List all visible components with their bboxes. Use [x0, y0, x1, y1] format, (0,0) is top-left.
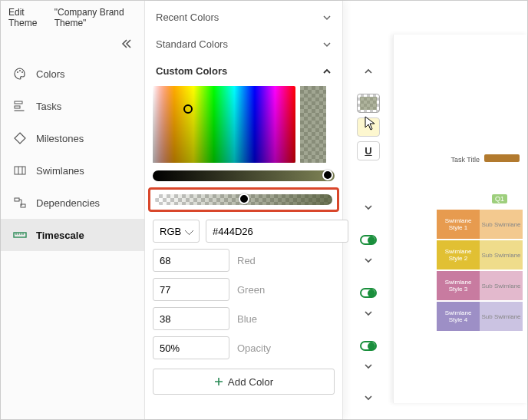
color-panel: Recent Colors Standard Colors Custom Col…: [145, 1, 343, 419]
svg-rect-6: [15, 167, 25, 174]
section-standard-colors[interactable]: Standard Colors: [153, 32, 335, 59]
green-label: Green: [237, 284, 265, 296]
nav-label: Swimlanes: [36, 165, 84, 177]
chevron-up-icon: [322, 67, 332, 76]
svg-rect-3: [15, 101, 22, 104]
row-expand-5[interactable]: [357, 388, 380, 407]
svg-rect-9: [15, 198, 19, 201]
selected-color-preview: [300, 86, 326, 163]
swimlane-main: Swimlane Style 2: [437, 240, 480, 270]
nav-swimlanes[interactable]: Swimlanes: [1, 154, 144, 187]
secondary-color-tile[interactable]: [357, 117, 380, 137]
sidebar-title: Edit Theme "Company Brand Theme": [1, 1, 144, 31]
underline-toggle[interactable]: U: [357, 141, 380, 160]
toggle-2[interactable]: [360, 288, 377, 297]
row-expand-4[interactable]: [357, 357, 380, 376]
swimlane-row: Swimlane Style 2Sub Swimlane: [437, 240, 523, 270]
plus-icon: [214, 377, 223, 386]
swimlane-sub: Sub Swimlane: [480, 302, 523, 331]
tasks-icon: [13, 99, 27, 113]
sidebar: Edit Theme "Company Brand Theme" Colors …: [1, 1, 145, 419]
opacity-input[interactable]: [153, 336, 229, 359]
theme-preview: Task Title Q1 Swimlane Style 1Sub Swimla…: [393, 35, 527, 403]
row-expand-2[interactable]: [357, 251, 380, 270]
nav-label: Dependencies: [36, 197, 100, 209]
brightness-slider[interactable]: [153, 170, 335, 181]
quarter-badge: Q1: [492, 194, 507, 203]
nav-timescale[interactable]: Timescale: [1, 219, 144, 251]
rail-collapse-up[interactable]: [357, 62, 380, 81]
fill-color-tile[interactable]: [357, 94, 380, 113]
swimlane-row: Swimlane Style 3Sub Swimlane: [437, 271, 523, 300]
swimlane-row: Swimlane Style 4Sub Swimlane: [437, 302, 523, 331]
opacity-slider[interactable]: [155, 194, 332, 205]
nav-tasks[interactable]: Tasks: [1, 90, 144, 122]
svg-rect-11: [14, 233, 26, 237]
gradient-thumb: [183, 104, 193, 114]
nav-colors[interactable]: Colors: [1, 58, 144, 90]
swimlane-main: Swimlane Style 3: [437, 271, 480, 300]
brightness-thumb: [322, 170, 333, 180]
swimlane-main: Swimlane Style 4: [437, 302, 480, 331]
opacity-label: Opacity: [237, 342, 271, 354]
swimlane-sub: Sub Swimlane: [480, 240, 523, 270]
collapse-sidebar-button[interactable]: [1, 31, 144, 58]
swimlane-main: Swimlane Style 1: [437, 210, 480, 239]
opacity-thumb: [239, 193, 249, 204]
svg-point-1: [19, 70, 21, 71]
chevron-down-icon: [322, 13, 332, 22]
nav-milestones[interactable]: Milestones: [1, 122, 144, 154]
nav-label: Tasks: [36, 101, 61, 112]
nav-dependencies[interactable]: Dependencies: [1, 187, 144, 219]
toggle-1[interactable]: [360, 235, 377, 244]
green-input[interactable]: [153, 278, 229, 301]
blue-input[interactable]: [153, 307, 229, 330]
task-bar: [484, 154, 520, 162]
palette-icon: [13, 67, 27, 81]
red-input[interactable]: [153, 249, 229, 272]
svg-point-0: [17, 71, 18, 73]
section-custom-colors[interactable]: Custom Colors: [153, 59, 335, 86]
svg-point-2: [21, 71, 23, 73]
diamond-icon: [13, 131, 27, 145]
nav-label: Colors: [36, 68, 65, 80]
property-rail: U: [343, 1, 394, 419]
toggle-3[interactable]: [360, 341, 377, 350]
blue-label: Blue: [237, 313, 257, 325]
color-mode-select[interactable]: RGB: [153, 220, 200, 243]
row-expand-1[interactable]: [357, 198, 380, 217]
ruler-icon: [13, 228, 27, 242]
swimlane-sub: Sub Swimlane: [480, 210, 523, 239]
chevron-down-icon: [322, 40, 332, 49]
red-label: Red: [237, 255, 256, 266]
hex-input[interactable]: [206, 220, 348, 243]
color-gradient-picker[interactable]: [153, 86, 295, 163]
task-title-label: Task Title: [450, 156, 480, 164]
swimlane-row: Swimlane Style 1Sub Swimlane: [437, 210, 523, 239]
add-color-button[interactable]: Add Color: [153, 369, 335, 395]
link-icon: [13, 196, 27, 210]
columns-icon: [13, 164, 27, 177]
row-expand-3[interactable]: [357, 304, 380, 323]
nav-label: Timescale: [36, 230, 84, 241]
section-recent-colors[interactable]: Recent Colors: [153, 5, 335, 32]
swimlane-sub: Sub Swimlane: [480, 271, 523, 300]
opacity-highlight: [148, 187, 339, 212]
svg-rect-4: [15, 106, 20, 108]
nav-label: Milestones: [36, 133, 84, 144]
